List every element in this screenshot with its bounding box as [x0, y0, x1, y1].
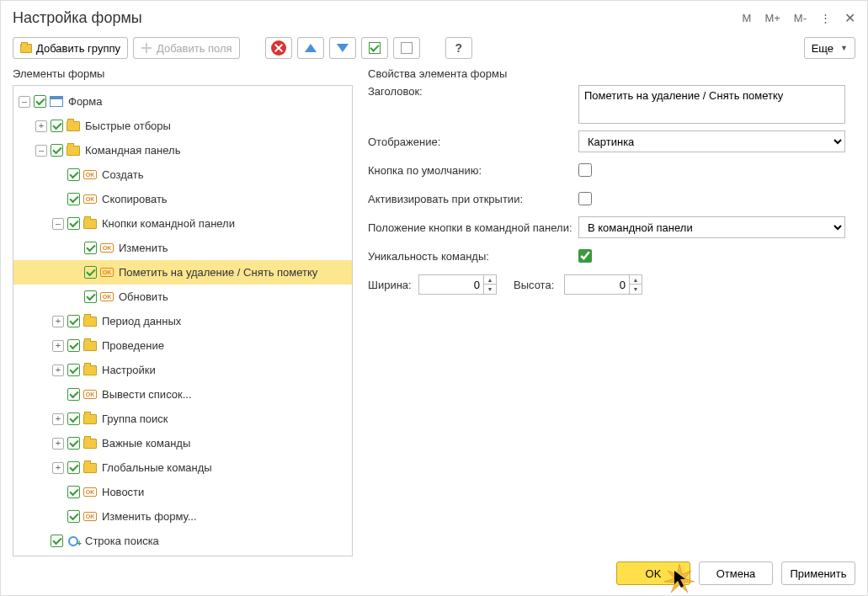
check-all-button[interactable]: [361, 37, 388, 59]
help-button[interactable]: ?: [445, 37, 472, 59]
tree-checkbox[interactable]: [67, 510, 80, 523]
activate-checkbox[interactable]: [578, 192, 592, 205]
more-button[interactable]: Еще ▼: [804, 37, 855, 59]
move-up-button[interactable]: [297, 37, 324, 59]
expander-icon[interactable]: +: [52, 365, 64, 376]
kebab-icon[interactable]: ⋮: [820, 12, 831, 24]
tree-row[interactable]: OKСоздать: [13, 162, 352, 187]
expander-icon[interactable]: –: [19, 96, 30, 108]
tree-label: Группа поиск: [102, 412, 168, 425]
tree-checkbox[interactable]: [67, 339, 80, 352]
tree-row[interactable]: OKИзменить форму...: [13, 504, 352, 529]
ok-icon: OK: [100, 291, 114, 303]
tree-row[interactable]: OKНовости: [13, 480, 352, 504]
m-button[interactable]: М: [743, 12, 752, 24]
tree-checkbox[interactable]: [67, 412, 80, 425]
close-icon[interactable]: ✕: [844, 10, 855, 26]
tree-row[interactable]: OKПометить на удаление / Снять пометку: [13, 260, 352, 285]
folder-icon: [83, 413, 97, 425]
tree-row[interactable]: –Форма: [13, 89, 352, 114]
left-pane-title: Элементы формы: [13, 67, 353, 80]
add-group-button[interactable]: Добавить группу: [13, 37, 128, 59]
m-minus-button[interactable]: М-: [794, 12, 807, 24]
tree-label: Изменить форму...: [102, 510, 197, 523]
move-down-button[interactable]: [329, 37, 356, 59]
tree-row[interactable]: OKОбновить: [13, 285, 352, 309]
tree-row[interactable]: OKВывести список...: [13, 382, 352, 407]
tree-row[interactable]: +Группа поиск: [13, 407, 352, 431]
tree-row[interactable]: –Кнопки командной панели: [13, 211, 352, 236]
tree-checkbox[interactable]: [67, 486, 80, 498]
position-select[interactable]: В командной панели: [578, 216, 845, 238]
add-fields-button[interactable]: Добавить поля: [133, 37, 240, 59]
tree-checkbox[interactable]: [67, 193, 80, 205]
tree-checkbox[interactable]: [67, 217, 80, 230]
tree-checkbox[interactable]: [84, 242, 97, 254]
tree-checkbox[interactable]: [67, 461, 80, 474]
prop-display-label: Отображение:: [368, 136, 578, 148]
tree[interactable]: –Форма+Быстрые отборы–Командная панельOK…: [13, 85, 353, 556]
display-select[interactable]: Картинка: [578, 130, 845, 152]
delete-button[interactable]: [265, 37, 292, 59]
expander-icon: [52, 389, 64, 401]
tree-row[interactable]: –Командная панель: [13, 138, 352, 162]
uncheck-all-button[interactable]: [393, 37, 420, 59]
ok-icon: OK: [100, 267, 114, 279]
header-input[interactable]: [578, 85, 845, 124]
expander-icon[interactable]: +: [52, 316, 64, 327]
right-pane-title: Свойства элемента формы: [368, 67, 855, 80]
expander-icon[interactable]: +: [52, 462, 64, 474]
tree-row[interactable]: +Период данных: [13, 309, 352, 333]
expander-icon[interactable]: +: [52, 438, 64, 450]
apply-button[interactable]: Применить: [781, 561, 855, 585]
tree-checkbox[interactable]: [67, 315, 80, 327]
tree-checkbox[interactable]: [34, 95, 46, 108]
tree-label: Скопировать: [102, 193, 168, 205]
expander-icon[interactable]: +: [35, 120, 47, 132]
folder-icon: [83, 316, 97, 327]
tree-label: Проведение: [102, 339, 164, 352]
unique-checkbox[interactable]: [578, 249, 592, 263]
tree-row[interactable]: +Глобальные команды: [13, 455, 352, 480]
tree-checkbox[interactable]: [51, 535, 63, 547]
tree-row[interactable]: +Быстрые отборы: [13, 114, 352, 138]
width-down[interactable]: ▼: [484, 285, 496, 294]
expander-icon[interactable]: +: [52, 340, 64, 352]
tree-row[interactable]: +Важные команды: [13, 431, 352, 455]
tree-row[interactable]: Строка поиска: [13, 529, 352, 553]
tree-checkbox[interactable]: [67, 437, 80, 450]
height-up[interactable]: ▲: [630, 275, 642, 285]
tree-checkbox[interactable]: [67, 168, 80, 181]
tree-checkbox[interactable]: [84, 290, 97, 303]
tree-checkbox[interactable]: [67, 388, 80, 401]
ok-icon: OK: [83, 511, 97, 523]
tree-checkbox[interactable]: [51, 144, 63, 157]
tree-label: Быстрые отборы: [85, 120, 171, 132]
tree-checkbox[interactable]: [67, 364, 80, 376]
expander-icon: [52, 511, 64, 523]
width-input[interactable]: [419, 277, 483, 293]
expander-icon[interactable]: –: [35, 145, 47, 157]
cursor-icon: [663, 562, 696, 596]
expander-icon[interactable]: +: [52, 413, 64, 425]
width-stepper[interactable]: ▲▼: [418, 274, 497, 295]
svg-marker-0: [664, 564, 695, 593]
cancel-button[interactable]: Отмена: [699, 561, 773, 585]
m-plus-button[interactable]: М+: [764, 12, 780, 24]
height-input[interactable]: [565, 277, 629, 293]
folder-icon: [83, 340, 97, 352]
height-down[interactable]: ▼: [630, 285, 642, 294]
tree-label: Строка поиска: [85, 535, 159, 547]
height-stepper[interactable]: ▲▼: [564, 274, 642, 295]
tree-checkbox[interactable]: [51, 120, 63, 132]
folder-icon: [83, 365, 97, 376]
tree-checkbox[interactable]: [84, 266, 97, 279]
tree-row[interactable]: OKСкопировать: [13, 187, 352, 211]
tree-row[interactable]: +Настройки: [13, 358, 352, 382]
tree-row[interactable]: +Проведение: [13, 333, 352, 358]
expander-icon[interactable]: –: [52, 218, 64, 230]
default-checkbox[interactable]: [578, 163, 592, 177]
ok-button[interactable]: OK: [616, 561, 690, 585]
width-up[interactable]: ▲: [484, 275, 496, 285]
tree-row[interactable]: OKИзменить: [13, 236, 352, 260]
